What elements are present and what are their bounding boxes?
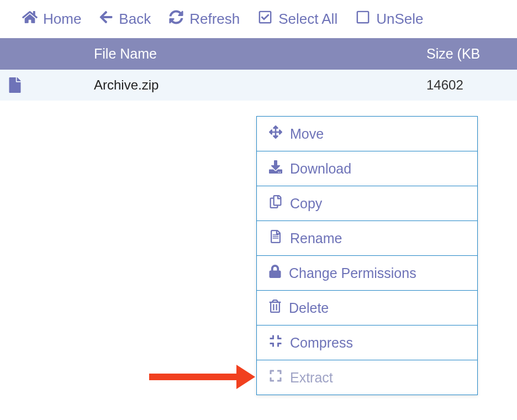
col-file-name: File Name (94, 46, 407, 62)
menu-copy[interactable]: Copy (257, 186, 477, 221)
check-square-icon (257, 10, 273, 28)
download-icon (269, 160, 282, 177)
menu-extract-label: Extract (290, 370, 333, 386)
move-icon (269, 125, 282, 142)
menu-extract[interactable]: Extract (257, 360, 477, 395)
compress-icon (269, 334, 282, 351)
toolbar: Home Back Refresh Select All UnSele (0, 0, 517, 38)
col-size: Size (KB (407, 46, 517, 62)
menu-copy-label: Copy (290, 196, 322, 212)
select-all-button[interactable]: Select All (257, 10, 337, 28)
menu-permissions[interactable]: Change Permissions (257, 256, 477, 291)
menu-rename[interactable]: Rename (257, 221, 477, 256)
rename-icon (269, 230, 282, 246)
file-size: 14602 (407, 77, 517, 93)
unselect-button[interactable]: UnSele (355, 10, 423, 28)
home-icon (22, 10, 38, 28)
menu-delete[interactable]: Delete (257, 291, 477, 326)
menu-move[interactable]: Move (257, 117, 477, 151)
refresh-button[interactable]: Refresh (168, 10, 240, 28)
square-icon (355, 10, 371, 28)
context-menu: Move Download Copy Rename Change Permiss… (256, 116, 478, 395)
table-header: File Name Size (KB (0, 38, 517, 70)
unselect-label: UnSele (376, 11, 423, 28)
refresh-icon (168, 10, 184, 28)
table-row[interactable]: Archive.zip 14602 (0, 70, 517, 101)
menu-download[interactable]: Download (257, 151, 477, 186)
menu-compress-label: Compress (290, 335, 353, 351)
copy-icon (269, 195, 282, 212)
file-name: Archive.zip (94, 77, 407, 93)
menu-delete-label: Delete (289, 300, 329, 316)
menu-rename-label: Rename (290, 230, 342, 246)
expand-icon (269, 369, 282, 386)
menu-compress[interactable]: Compress (257, 326, 477, 360)
home-label: Home (43, 11, 81, 28)
trash-icon (269, 300, 281, 316)
back-label: Back (119, 11, 151, 28)
home-button[interactable]: Home (22, 10, 81, 28)
lock-icon (269, 265, 281, 281)
arrow-left-icon (99, 10, 113, 28)
select-all-label: Select All (278, 11, 337, 28)
menu-move-label: Move (290, 126, 324, 142)
back-button[interactable]: Back (99, 10, 151, 28)
annotation-arrow (149, 365, 255, 389)
menu-permissions-label: Change Permissions (289, 265, 416, 281)
file-icon (0, 77, 94, 93)
refresh-label: Refresh (189, 11, 240, 28)
menu-download-label: Download (290, 161, 351, 177)
